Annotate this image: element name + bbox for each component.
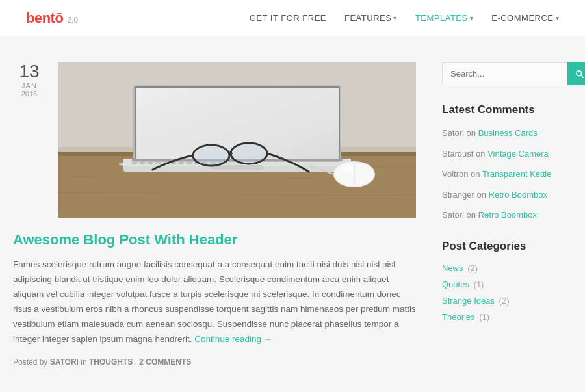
- categories-title: Post Categories: [442, 240, 572, 253]
- post-title: Awesome Blog Post With Header: [13, 231, 416, 248]
- main-nav: GET IT FOR FREE FEATURES ▾ TEMPLATES ▾ E…: [250, 13, 559, 23]
- category-item: Theories (1): [442, 312, 572, 322]
- category-item: Quotes (1): [442, 280, 572, 289]
- sidebar: Latest Comments Satori on Business Cards…: [442, 62, 572, 367]
- logo-version: 2.0: [67, 16, 78, 25]
- post-image-container: [58, 62, 416, 218]
- search-button[interactable]: [567, 62, 585, 85]
- comment-item: Satori on Business Cards: [442, 127, 572, 140]
- category-count: (1): [474, 280, 484, 289]
- latest-comments-title: Latest Comments: [442, 103, 572, 116]
- post-date: 13 JAN 2016: [13, 62, 46, 98]
- site-header: bentō 2.0 GET IT FOR FREE FEATURES ▾ TEM…: [0, 0, 585, 36]
- read-more-link[interactable]: Continue reading →: [194, 334, 272, 344]
- main-content: 13 JAN 2016: [13, 62, 416, 367]
- nav-ecommerce[interactable]: E-COMMERCE ▾: [491, 13, 559, 23]
- categories-section: Post Categories News (2) Quotes (1) Stra…: [442, 240, 572, 322]
- comment-item: Voltron on Transparent Kettle: [442, 168, 572, 181]
- post-title-link[interactable]: Awesome Blog Post With Header: [13, 231, 237, 248]
- post-row: 13 JAN 2016: [13, 62, 416, 218]
- date-month: JAN: [13, 82, 46, 90]
- comment-item: Satori on Retro Boombox: [442, 209, 572, 222]
- nav-features[interactable]: FEATURES ▾: [344, 13, 397, 23]
- svg-line-38: [581, 75, 584, 77]
- post-content: Awesome Blog Post With Header Fames scel…: [13, 231, 416, 367]
- category-link[interactable]: Theories: [442, 312, 475, 322]
- comment-item: Stardust on Vintage Camera: [442, 148, 572, 161]
- category-count: (1): [479, 312, 489, 322]
- post-comments-link[interactable]: 2 comments: [139, 358, 191, 367]
- features-arrow-icon: ▾: [393, 14, 397, 21]
- post-category-link[interactable]: THOUGHTS: [89, 358, 133, 367]
- templates-arrow-icon: ▾: [470, 14, 474, 21]
- search-icon: [575, 70, 584, 79]
- svg-point-30: [194, 146, 228, 164]
- site-logo[interactable]: bentō 2.0: [26, 10, 78, 27]
- nav-templates[interactable]: TEMPLATES ▾: [415, 13, 473, 23]
- laptop-scene-svg: [58, 62, 416, 218]
- svg-point-32: [232, 144, 266, 163]
- search-input[interactable]: [442, 62, 567, 85]
- category-link[interactable]: News: [442, 263, 463, 273]
- comment-link[interactable]: Vintage Camera: [488, 149, 549, 159]
- comment-link[interactable]: Business Cards: [478, 128, 538, 138]
- comment-link[interactable]: Retro Boombox: [489, 190, 547, 200]
- comment-link[interactable]: Retro Boombox: [478, 210, 537, 220]
- date-year: 2016: [13, 90, 46, 98]
- logo-text: bentō: [26, 10, 63, 27]
- category-item: Strange Ideas (2): [442, 296, 572, 306]
- post-meta: Posted by SATORI in THOUGHTS , 2 comment…: [13, 358, 416, 367]
- latest-comments-section: Latest Comments Satori on Business Cards…: [442, 103, 572, 222]
- post-body: Fames scelerisque rutrum augue facilisis…: [13, 257, 416, 347]
- comment-link[interactable]: Transparent Kettle: [482, 169, 551, 179]
- date-day: 13: [13, 62, 46, 81]
- category-item: News (2): [442, 263, 572, 273]
- svg-point-36: [343, 166, 353, 172]
- category-link[interactable]: Quotes: [442, 280, 469, 289]
- page-wrapper: 13 JAN 2016: [0, 36, 585, 392]
- search-box: [442, 62, 572, 85]
- post-author-link[interactable]: SATORI: [50, 358, 79, 367]
- category-count: (2): [467, 263, 478, 273]
- ecommerce-arrow-icon: ▾: [556, 14, 560, 21]
- category-link[interactable]: Strange Ideas: [442, 296, 495, 306]
- category-count: (2): [499, 296, 510, 306]
- comment-item: Stranger on Retro Boombox: [442, 189, 572, 202]
- post-image: [58, 62, 416, 218]
- nav-get-free[interactable]: GET IT FOR FREE: [250, 13, 326, 23]
